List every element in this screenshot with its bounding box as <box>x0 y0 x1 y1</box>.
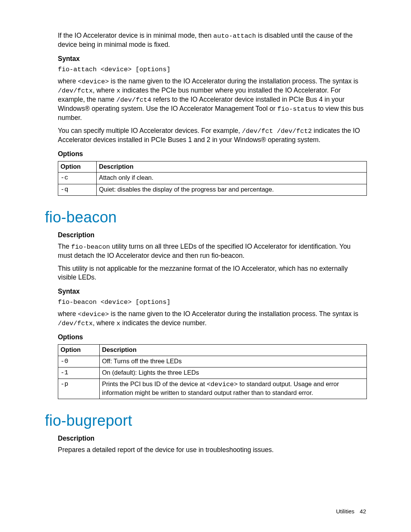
beacon-desc-p2: This utility is not applicable for the m… <box>58 264 366 283</box>
options-heading: Options <box>58 333 366 341</box>
text: If the IO Accelerator device is in minim… <box>58 32 213 39</box>
code-device: <device> <box>78 311 109 318</box>
text: , where <box>93 319 116 327</box>
syntax-heading: Syntax <box>58 55 366 63</box>
footer-section: Utilities <box>336 508 354 514</box>
code-dev-fctx: /dev/fctx <box>58 320 93 327</box>
page: If the IO Accelerator device is in minim… <box>0 0 411 532</box>
description-heading: Description <box>58 435 366 443</box>
description-heading: Description <box>58 231 366 239</box>
text: where <box>58 310 78 318</box>
code-dev-fct4: /dev/fct4 <box>116 96 151 104</box>
code-fio-status: fio-status <box>277 105 316 113</box>
code-dev-fctx: /dev/fctx <box>58 87 93 94</box>
table-row: -p Prints the PCI bus ID of the device a… <box>58 379 367 399</box>
text: where <box>58 77 78 85</box>
code-device: <device> <box>207 381 238 388</box>
attach-options-table: Option Description -c Attach only if cle… <box>58 161 367 196</box>
text: Prints the PCI bus ID of the device at <box>102 380 207 387</box>
col-option: Option <box>58 161 97 173</box>
table-row: -0 Off: Turns off the three LEDs <box>58 356 367 367</box>
col-option: Option <box>58 345 100 356</box>
col-description: Description <box>100 345 367 356</box>
opt-cell: -0 <box>58 356 100 367</box>
text: is the name given to the IO Accelerator … <box>109 77 358 85</box>
options-heading: Options <box>58 150 366 158</box>
table-row: -q Quiet: disables the display of the pr… <box>58 184 367 195</box>
opt-cell: -p <box>58 379 100 399</box>
code-auto-attach: auto-attach <box>213 32 256 40</box>
section-heading-fio-beacon: fio-beacon <box>45 209 366 226</box>
opt-cell: -1 <box>58 367 100 379</box>
desc-cell: Quiet: disables the display of the progr… <box>97 184 367 195</box>
text: is the name given to the IO Accelerator … <box>109 310 358 318</box>
beacon-where-paragraph: where <device> is the name given to the … <box>58 310 366 328</box>
syntax-heading: Syntax <box>58 288 366 296</box>
code-fio-beacon: fio-beacon <box>71 243 110 251</box>
text: , where <box>93 86 116 94</box>
col-description: Description <box>97 161 367 173</box>
where-paragraph: where <device> is the name given to the … <box>58 77 366 123</box>
section-heading-fio-bugreport: fio-bugreport <box>45 412 366 429</box>
code-device: <device> <box>78 78 109 85</box>
desc-cell: On (default): Lights the three LEDs <box>100 367 367 379</box>
multi-paragraph: You can specify multiple IO Accelerator … <box>58 126 366 145</box>
desc-cell: Off: Turns off the three LEDs <box>100 356 367 367</box>
table-row: -1 On (default): Lights the three LEDs <box>58 367 367 379</box>
bugreport-desc: Prepares a detailed report of the device… <box>58 446 366 455</box>
opt-cell: -q <box>58 184 97 195</box>
syntax-code: fio-attach <device> [options] <box>58 66 366 73</box>
intro-paragraph: If the IO Accelerator device is in minim… <box>58 31 366 50</box>
table-row: -c Attach only if clean. <box>58 173 367 184</box>
text: The <box>58 243 71 250</box>
page-footer: Utilities42 <box>336 508 366 514</box>
desc-cell: Prints the PCI bus ID of the device at <… <box>100 379 367 399</box>
bugreport-block: Description Prepares a detailed report o… <box>58 435 366 455</box>
footer-page-number: 42 <box>360 508 366 514</box>
text: indicates the device number. <box>120 319 207 327</box>
code-x: x <box>116 320 120 327</box>
desc-cell: Attach only if clean. <box>97 173 367 184</box>
opt-cell: -c <box>58 173 97 184</box>
table-header-row: Option Description <box>58 161 367 173</box>
beacon-block: Description The fio-beacon utility turns… <box>58 231 366 399</box>
code-multi-dev: /dev/fct /dev/fct2 <box>242 128 312 135</box>
beacon-desc-p1: The fio-beacon utility turns on all thre… <box>58 242 366 260</box>
code-x: x <box>116 87 120 94</box>
table-header-row: Option Description <box>58 345 367 356</box>
text: You can specify multiple IO Accelerator … <box>58 127 242 134</box>
intro-block: If the IO Accelerator device is in minim… <box>58 31 366 196</box>
beacon-options-table: Option Description -0 Off: Turns off the… <box>58 344 367 399</box>
syntax-code: fio-beacon <device> [options] <box>58 299 366 306</box>
